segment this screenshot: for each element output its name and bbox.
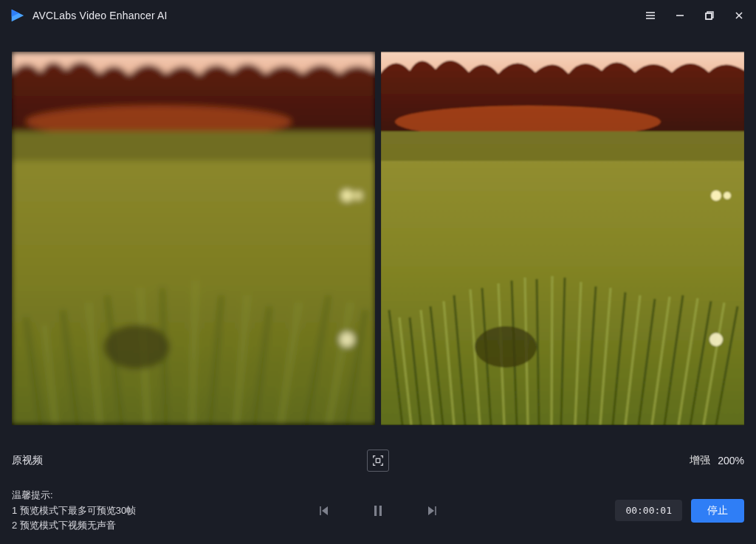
svg-marker-72 <box>428 506 434 515</box>
svg-point-63 <box>711 190 721 201</box>
hint-title: 温馨提示: <box>12 488 136 503</box>
svg-point-64 <box>724 192 731 199</box>
svg-rect-71 <box>379 506 382 516</box>
preview-original[interactable] <box>12 52 375 425</box>
svg-point-31 <box>103 325 170 369</box>
app-title: AVCLabs Video Enhancer AI <box>32 10 168 21</box>
svg-rect-12 <box>12 131 375 161</box>
compare-fullscreen-button[interactable] <box>367 450 389 472</box>
menu-icon[interactable] <box>644 9 657 22</box>
enhanced-label: 增强 <box>690 454 710 467</box>
pause-icon[interactable] <box>372 504 384 517</box>
original-label: 原视频 <box>12 454 43 467</box>
timecode: 00:00:01 <box>615 500 682 521</box>
bottom-bar: 温馨提示: 1 预览模式下最多可预览30帧 2 预览模式下视频无声音 00:00… <box>12 486 744 535</box>
titlebar: AVCLabs Video Enhancer AI <box>0 0 756 31</box>
svg-rect-35 <box>381 131 744 161</box>
prev-frame-icon[interactable] <box>317 504 331 517</box>
svg-marker-69 <box>322 506 328 515</box>
hint-line-2: 2 预览模式下视频无声音 <box>12 518 136 533</box>
svg-point-29 <box>354 191 362 200</box>
preview-label-row: 原视频 增强 200% <box>12 446 744 475</box>
playback-controls <box>317 504 439 517</box>
svg-line-56 <box>551 276 552 425</box>
hints: 温馨提示: 1 预览模式下最多可预览30帧 2 预览模式下视频无声音 <box>12 488 136 533</box>
zoom-value: 200% <box>718 455 744 466</box>
svg-point-28 <box>341 190 353 202</box>
svg-point-66 <box>475 326 537 368</box>
window-controls <box>644 9 746 22</box>
svg-point-30 <box>340 332 354 347</box>
minimize-icon[interactable] <box>673 9 687 22</box>
next-frame-icon[interactable] <box>425 504 439 517</box>
svg-rect-67 <box>376 458 379 462</box>
hint-line-1: 1 预览模式下最多可预览30帧 <box>12 503 136 518</box>
close-icon[interactable] <box>732 9 746 22</box>
stop-button[interactable]: 停止 <box>691 499 744 523</box>
svg-rect-5 <box>706 13 712 19</box>
preview-area <box>12 52 744 425</box>
svg-rect-70 <box>374 506 377 516</box>
svg-point-65 <box>709 333 723 346</box>
preview-enhanced[interactable] <box>381 52 744 425</box>
app-logo: AVCLabs Video Enhancer AI <box>9 7 168 24</box>
maximize-icon[interactable] <box>703 9 716 22</box>
play-logo-icon <box>9 7 25 24</box>
